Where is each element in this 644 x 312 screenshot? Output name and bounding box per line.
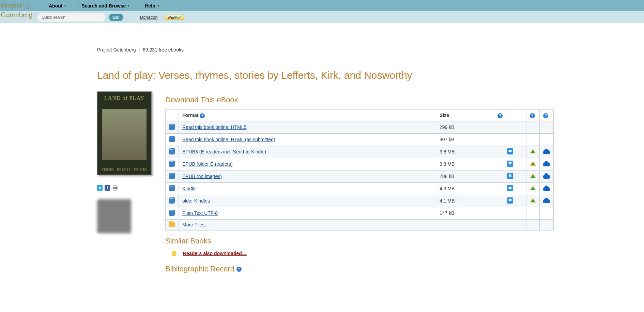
logo-line2: Gutenberg <box>1 10 32 19</box>
onedrive-icon[interactable] <box>543 199 550 203</box>
search-bar: Go! Donation PayPal <box>0 11 644 23</box>
size-cell: 147 kB <box>436 207 494 219</box>
paypal-button[interactable]: PayPal <box>165 14 184 20</box>
th-size: Size <box>436 110 494 121</box>
svg-rect-0 <box>24 2 29 9</box>
facebook-icon[interactable]: f <box>105 185 110 191</box>
th-icon <box>166 110 179 121</box>
print-icon[interactable] <box>112 185 118 191</box>
gdrive-cell <box>526 121 540 133</box>
logo-line1: Project <box>1 1 22 10</box>
dropbox-icon[interactable] <box>507 161 513 167</box>
help-icon[interactable]: ? <box>530 113 535 118</box>
gdrive-cell <box>526 133 540 146</box>
svg-rect-5 <box>114 189 117 190</box>
onedrive-icon[interactable] <box>543 187 550 191</box>
format-link[interactable]: Read this book online: HTML5 <box>182 124 246 130</box>
donation-link[interactable]: Donation <box>140 15 158 20</box>
search-go-button[interactable]: Go! <box>109 14 123 21</box>
onedrive-icon[interactable] <box>543 175 550 179</box>
gdrive-icon[interactable] <box>530 161 536 166</box>
format-link[interactable]: Kindle <box>182 186 196 191</box>
help-icon[interactable]: ? <box>200 113 205 118</box>
main-content: Download This eBook Format ? Size ? ? ? … <box>165 91 554 279</box>
cover-title: LAND of PLAY <box>104 95 144 101</box>
cover-subtitle: VERSES · RHYMES · STORIES <box>102 168 147 171</box>
dropbox-icon[interactable] <box>507 148 513 154</box>
dropbox-icon[interactable] <box>507 173 513 179</box>
row-icon-cell <box>166 146 179 158</box>
format-cell: EPUB (no images) <box>179 170 436 182</box>
gdrive-icon[interactable] <box>530 173 536 179</box>
dropbox-icon[interactable] <box>507 197 513 204</box>
size-cell: 307 kB <box>436 133 494 146</box>
th-onedrive: ? <box>540 110 554 121</box>
size-cell: 4.3 MB <box>436 182 494 195</box>
site-logo[interactable]: Project Gutenberg <box>1 1 36 23</box>
quick-search-input[interactable] <box>37 13 106 21</box>
gdrive-icon[interactable] <box>530 198 536 203</box>
book-icon <box>169 173 175 179</box>
breadcrumb-sep: › <box>139 47 140 53</box>
format-cell: Kindle <box>179 182 436 195</box>
th-format: Format ? <box>179 110 436 121</box>
book-icon <box>169 123 175 130</box>
format-link[interactable]: EPUB (older E-readers) <box>182 161 233 167</box>
table-row: Plain Text UTF-8147 kB <box>166 207 554 219</box>
book-icon <box>169 185 175 191</box>
help-icon[interactable]: ? <box>543 113 548 118</box>
size-cell: 288 kB <box>436 170 494 182</box>
format-link[interactable]: Plain Text UTF-8 <box>182 210 218 216</box>
readers-also-link[interactable]: Readers also downloaded… <box>183 251 247 256</box>
table-row: EPUB (no images)288 kB <box>166 170 554 182</box>
format-link[interactable]: Read this book online: HTML (as submitte… <box>182 137 275 142</box>
table-row: Read this book online: HTML (as submitte… <box>166 133 554 146</box>
onedrive-cell <box>540 170 554 182</box>
onedrive-cell <box>540 182 554 195</box>
breadcrumb-home[interactable]: Project Gutenberg <box>97 47 136 53</box>
gdrive-cell <box>526 182 540 195</box>
format-link[interactable]: EPUB3 (E-readers incl. Send-to-Kindle) <box>182 149 266 154</box>
format-link[interactable]: More Files… <box>182 222 209 227</box>
gdrive-icon[interactable] <box>530 185 536 191</box>
dropbox-cell <box>494 170 526 182</box>
size-cell: 3.8 MB <box>436 158 494 170</box>
page-title: Land of play: Verses, rhymes, stories by… <box>97 70 554 81</box>
twitter-icon[interactable] <box>97 185 103 191</box>
onedrive-cell <box>540 195 554 207</box>
dropbox-cell <box>494 146 526 158</box>
help-icon[interactable]: ? <box>497 113 503 118</box>
printing-press-icon <box>22 1 30 10</box>
row-icon-cell <box>166 121 179 133</box>
cover-artwork <box>102 109 147 160</box>
onedrive-cell <box>540 121 554 133</box>
lightbulb-icon <box>172 251 176 256</box>
book-cover[interactable]: LAND of PLAY VERSES · RHYMES · STORIES <box>97 91 152 175</box>
onedrive-cell <box>540 219 554 230</box>
sidebar: LAND of PLAY VERSES · RHYMES · STORIES f <box>97 91 152 279</box>
onedrive-cell <box>540 133 554 146</box>
format-link[interactable]: older Kindles <box>182 198 210 204</box>
dropbox-cell <box>494 121 526 133</box>
book-icon <box>169 160 175 167</box>
breadcrumb-count[interactable]: 69,231 free ebooks <box>143 47 184 53</box>
format-link[interactable]: EPUB (no images) <box>182 174 222 179</box>
nav-search-browse[interactable]: Search and Browse <box>74 0 137 11</box>
nav-about[interactable]: About <box>41 0 74 11</box>
row-icon-cell <box>166 207 179 219</box>
similar-heading: Similar Books <box>165 237 554 246</box>
dropbox-icon[interactable] <box>507 185 513 191</box>
help-icon[interactable]: ? <box>236 267 242 272</box>
onedrive-icon[interactable] <box>543 162 550 166</box>
breadcrumb: Project Gutenberg › 69,231 free ebooks <box>97 47 554 53</box>
dropbox-cell <box>494 207 526 219</box>
th-gdrive: ? <box>526 110 540 121</box>
onedrive-icon[interactable] <box>543 150 550 154</box>
row-icon-cell <box>166 170 179 182</box>
dropbox-cell <box>494 219 526 230</box>
table-row: More Files… <box>166 219 554 230</box>
nav-help[interactable]: Help <box>137 0 166 11</box>
gdrive-icon[interactable] <box>530 149 536 154</box>
book-icon <box>169 136 175 142</box>
svg-rect-4 <box>114 185 117 187</box>
